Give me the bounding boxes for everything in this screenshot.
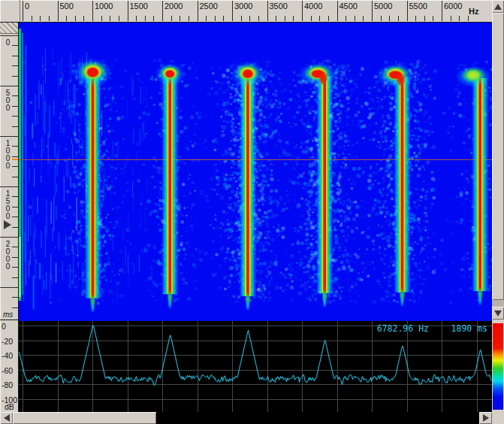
- freq-minor-tick: [153, 16, 154, 21]
- time-minor-tick: [12, 76, 18, 77]
- time-minor-tick: [12, 65, 18, 66]
- frequency-readout: 6782.96 Hz: [377, 323, 429, 334]
- freq-minor-tick: [119, 16, 119, 21]
- freq-minor-tick: [276, 16, 276, 21]
- freq-tick-label: 4000: [304, 2, 322, 11]
- freq-minor-tick: [241, 16, 242, 21]
- db-tick-label: 0: [2, 322, 6, 331]
- bottom-right-corner: [492, 410, 504, 424]
- freq-tick-label: 0: [25, 2, 29, 11]
- freq-major-tick: [198, 1, 198, 21]
- time-minor-tick: [12, 166, 18, 167]
- spectrum-panel: 6782.96 Hz 1890 ms: [19, 320, 492, 412]
- freq-minor-tick: [136, 16, 137, 21]
- freq-minor-tick: [319, 16, 320, 21]
- freq-minor-tick: [189, 16, 189, 21]
- time-major-tick: [0, 136, 18, 137]
- time-position-marker[interactable]: [4, 220, 11, 229]
- freq-minor-tick: [293, 16, 294, 21]
- freq-minor-tick: [258, 16, 259, 21]
- freq-major-tick: [302, 1, 303, 21]
- freq-minor-tick: [110, 16, 110, 21]
- time-minor-tick: [12, 227, 18, 228]
- freq-major-tick: [128, 1, 128, 21]
- frequency-ruler: Hz 0500100015002000250030003500400045005…: [0, 0, 492, 23]
- freq-tick-label: 2000: [164, 2, 183, 11]
- freq-minor-tick: [206, 16, 207, 21]
- freq-minor-tick: [215, 16, 216, 21]
- time-minor-tick: [12, 207, 18, 207]
- freq-minor-tick: [171, 16, 172, 21]
- freq-tick-label: 1500: [130, 2, 148, 11]
- scroll-down-button[interactable]: [492, 307, 504, 320]
- freq-minor-tick: [363, 16, 364, 21]
- time-tick-label: 1500: [5, 189, 11, 220]
- up-arrow-icon: [494, 4, 502, 10]
- right-arrow-icon: [483, 414, 489, 422]
- freq-minor-tick: [381, 16, 382, 21]
- time-minor-tick: [12, 196, 18, 197]
- horizontal-scrollbar[interactable]: [0, 412, 492, 424]
- time-major-tick: [0, 86, 18, 86]
- time-minor-tick: [12, 116, 18, 117]
- freq-minor-tick: [75, 16, 76, 21]
- freq-minor-tick: [346, 16, 346, 21]
- freq-tick-label: 5500: [409, 2, 427, 11]
- intensity-colorbar: [493, 323, 503, 410]
- time-tick-label: 500: [5, 89, 11, 111]
- freq-minor-tick: [389, 16, 390, 21]
- freq-minor-tick: [355, 16, 355, 21]
- freq-major-tick: [267, 1, 268, 21]
- freq-minor-tick: [49, 16, 50, 21]
- freq-minor-tick: [451, 16, 451, 21]
- time-tick-label: 1000: [5, 139, 11, 169]
- horizontal-scroll-thumb[interactable]: [13, 412, 156, 424]
- time-minor-tick: [12, 156, 18, 157]
- vertical-scrollbar[interactable]: [492, 0, 504, 320]
- scroll-left-button[interactable]: [0, 412, 13, 424]
- scroll-up-button[interactable]: [492, 0, 504, 13]
- freq-minor-tick: [311, 16, 312, 21]
- time-minor-tick: [12, 247, 18, 247]
- time-minor-tick: [12, 45, 18, 46]
- time-major-tick: [0, 186, 18, 187]
- freq-minor-tick: [32, 16, 32, 21]
- time-minor-tick: [12, 307, 18, 308]
- down-arrow-icon: [494, 310, 502, 316]
- spectrogram-canvas[interactable]: [19, 23, 492, 320]
- spectrum-canvas[interactable]: [19, 320, 492, 412]
- freq-minor-tick: [459, 16, 460, 21]
- freq-major-tick: [407, 1, 408, 21]
- freq-tick-label: 4500: [340, 2, 358, 11]
- time-minor-tick: [12, 267, 18, 268]
- freq-tick-label: 3500: [270, 2, 288, 11]
- freq-tick-label: 500: [60, 2, 74, 11]
- freq-minor-tick: [424, 16, 425, 21]
- db-tick-label: -20: [2, 337, 13, 346]
- time-readout: 1890 ms: [451, 323, 487, 334]
- time-minor-tick: [12, 257, 18, 258]
- freq-minor-tick: [468, 16, 469, 21]
- freq-minor-tick: [145, 16, 146, 21]
- cursor-time-tick: [12, 159, 18, 160]
- freq-major-tick: [337, 1, 338, 21]
- scroll-right-button[interactable]: [479, 412, 492, 424]
- freq-minor-tick: [83, 16, 84, 21]
- freq-tick-label: 6000: [444, 2, 462, 11]
- freq-minor-tick: [433, 16, 433, 21]
- db-tick-label: -40: [2, 351, 13, 360]
- left-arrow-icon: [4, 414, 10, 422]
- frequency-unit-label: Hz: [469, 7, 478, 16]
- time-major-tick: [0, 237, 18, 238]
- freq-tick-label: 5000: [374, 2, 392, 11]
- freq-major-tick: [442, 1, 442, 21]
- time-ruler: ms 0500100015002000: [0, 23, 19, 320]
- db-tick-label: -100: [2, 395, 17, 404]
- freq-minor-tick: [180, 16, 180, 21]
- vertical-scroll-thumb[interactable]: [492, 13, 504, 300]
- time-minor-tick: [12, 146, 18, 147]
- time-minor-tick: [12, 177, 18, 177]
- time-major-tick: [0, 35, 18, 36]
- freq-major-tick: [92, 1, 93, 21]
- ruler-corner-cell: [0, 0, 20, 22]
